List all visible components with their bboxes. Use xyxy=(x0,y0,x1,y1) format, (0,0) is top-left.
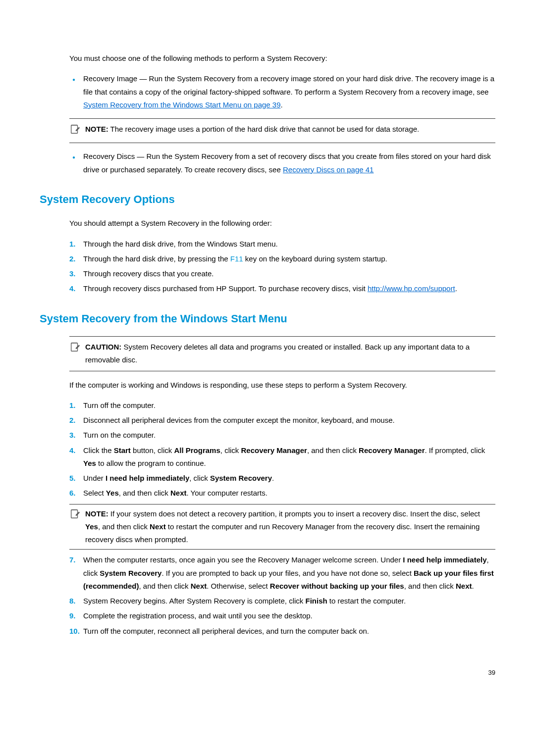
caution-callout: CAUTION: System Recovery deletes all dat… xyxy=(69,336,495,371)
option-2: Through the hard disk drive, by pressing… xyxy=(83,252,495,265)
winstart-intro: If the computer is working and Windows i… xyxy=(69,379,495,392)
step-6: Select Yes, and then click Next. Your co… xyxy=(83,487,495,550)
intro-text: You must choose one of the following met… xyxy=(69,52,495,65)
note-recovery-image: NOTE: The recovery image uses a portion … xyxy=(69,118,495,143)
heading-options: System Recovery Options xyxy=(40,190,495,209)
page-number: 39 xyxy=(40,667,495,679)
link-win-start-menu[interactable]: System Recovery from the Windows Start M… xyxy=(83,101,281,109)
note-icon xyxy=(69,123,80,139)
option-1: Through the hard disk drive, from the Wi… xyxy=(83,238,495,251)
key-f11: F11 xyxy=(230,254,243,263)
step-1: Turn off the computer. xyxy=(83,399,495,412)
method-list: Recovery Image — Run the System Recovery… xyxy=(69,72,495,176)
method-discs: Recovery Discs — Run the System Recovery… xyxy=(83,150,495,176)
note-partition-text: NOTE: If your system does not detect a r… xyxy=(85,507,495,547)
step-4: Click the Start button, click All Progra… xyxy=(83,444,495,470)
note-partition: NOTE: If your system does not detect a r… xyxy=(69,504,495,550)
method-image-after: . xyxy=(281,101,283,109)
step-3: Turn on the computer. xyxy=(83,429,495,442)
method-image: Recovery Image — Run the System Recovery… xyxy=(83,72,495,143)
step-7: When the computer restarts, once again y… xyxy=(83,554,495,593)
options-list: Through the hard disk drive, from the Wi… xyxy=(69,238,495,296)
note-icon xyxy=(69,507,80,547)
caution-icon xyxy=(69,341,80,356)
method-image-text: Recovery Image — Run the System Recovery… xyxy=(83,74,494,96)
step-9: Complete the registration process, and w… xyxy=(83,609,495,622)
option-3: Through recovery discs that you create. xyxy=(83,267,495,280)
step-5: Under I need help immediately, click Sys… xyxy=(83,472,495,485)
steps-list: Turn off the computer. Disconnect all pe… xyxy=(69,399,495,638)
link-hp-support[interactable]: http://www.hp.com/support xyxy=(368,284,455,293)
step-2: Disconnect all peripheral devices from t… xyxy=(83,414,495,427)
heading-winstart: System Recovery from the Windows Start M… xyxy=(40,309,495,329)
link-recovery-discs[interactable]: Recovery Discs on page 41 xyxy=(283,165,374,174)
options-intro: You should attempt a System Recovery in … xyxy=(69,217,495,230)
option-4: Through recovery discs purchased from HP… xyxy=(83,282,495,295)
step-10: Turn off the computer, reconnect all per… xyxy=(83,625,495,638)
note-text: NOTE: The recovery image uses a portion … xyxy=(85,123,495,136)
caution-text: CAUTION: System Recovery deletes all dat… xyxy=(85,341,495,367)
step-8: System Recovery begins. After System Rec… xyxy=(83,595,495,607)
